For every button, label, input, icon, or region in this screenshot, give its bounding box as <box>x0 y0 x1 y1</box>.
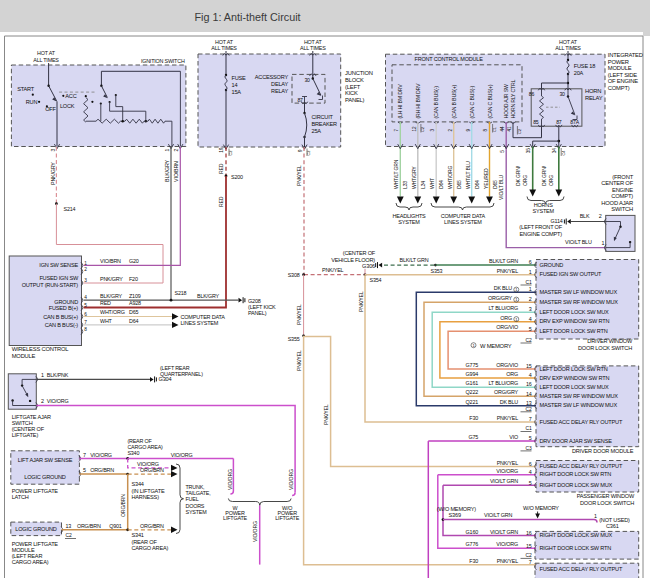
svg-text:GROUND: GROUND <box>54 299 78 305</box>
svg-text:15: 15 <box>526 363 532 369</box>
svg-text:FUSED IGN SW OUTPUT: FUSED IGN SW OUTPUT <box>540 271 603 277</box>
svg-text:HOT AT: HOT AT <box>37 50 56 56</box>
svg-text:5: 5 <box>83 467 86 473</box>
svg-text:HOT AT: HOT AT <box>559 39 578 45</box>
svg-text:5: 5 <box>499 150 505 153</box>
svg-text:RIGHT DOOR LOCK SW MUX: RIGHT DOOR LOCK SW MUX <box>540 532 613 538</box>
svg-text:WHT/LT BLU: WHT/LT BLU <box>465 161 471 189</box>
svg-text:RED: RED <box>218 196 224 207</box>
svg-text:VIO/ORG: VIO/ORG <box>496 468 518 474</box>
svg-text:VIO/ORG: VIO/ORG <box>137 461 159 467</box>
svg-text:KICK: KICK <box>345 90 358 96</box>
svg-text:87: 87 <box>556 119 562 125</box>
svg-text:FUSE 18: FUSE 18 <box>574 63 595 69</box>
svg-text:C2: C2 <box>66 532 72 538</box>
svg-text:S353: S353 <box>431 268 443 274</box>
svg-text:RELAY: RELAY <box>585 95 603 101</box>
svg-text:13: 13 <box>66 523 72 529</box>
svg-text:15: 15 <box>526 543 532 549</box>
svg-text:VIO/BRN: VIO/BRN <box>100 258 121 264</box>
svg-text:4: 4 <box>529 372 532 378</box>
svg-text:PNK/YEL: PNK/YEL <box>497 268 519 274</box>
svg-text:G306: G306 <box>362 263 375 269</box>
svg-text:HORN RLY CTRL: HORN RLY CTRL <box>510 79 516 118</box>
svg-text:CENTER OF: CENTER OF <box>601 180 633 186</box>
svg-text:7: 7 <box>83 452 86 458</box>
svg-text:CARGO AREA): CARGO AREA) <box>12 559 49 565</box>
svg-text:VEHICLE FLOOR): VEHICLE FLOOR) <box>331 257 375 263</box>
svg-text:VIO/ORG: VIO/ORG <box>227 469 233 490</box>
svg-text:34: 34 <box>552 148 557 153</box>
svg-text:S214: S214 <box>64 206 76 212</box>
svg-text:RED: RED <box>218 163 224 174</box>
svg-text:4: 4 <box>529 316 532 322</box>
svg-text:FUSED ACC DELAY RLY OUTPUT: FUSED ACC DELAY RLY OUTPUT <box>540 463 623 469</box>
svg-text:HOOD AJAR: HOOD AJAR <box>601 200 633 206</box>
svg-text:START: START <box>17 86 35 92</box>
svg-text:PNK/YEL: PNK/YEL <box>358 291 364 312</box>
svg-text:COMPUTER DATA: COMPUTER DATA <box>181 314 226 320</box>
svg-text:LOGIC GROUND: LOGIC GROUND <box>24 474 66 480</box>
svg-text:W MEMORY: W MEMORY <box>480 343 512 349</box>
svg-text:ALL TIMES: ALL TIMES <box>211 45 237 51</box>
svg-text:RIGHT DOOR LOCK SW RTN: RIGHT DOOR LOCK SW RTN <box>540 545 612 551</box>
svg-text:ORG/GRY: ORG/GRY <box>488 295 513 301</box>
svg-text:PNK/GRY: PNK/GRY <box>50 162 56 185</box>
svg-text:D64: D64 <box>129 318 138 324</box>
svg-text:3: 3 <box>529 306 532 312</box>
svg-text:FUSED ACC DELAY RLY OUTPUT: FUSED ACC DELAY RLY OUTPUT <box>540 566 623 572</box>
svg-text:VIO/BRN: VIO/BRN <box>173 161 179 182</box>
svg-text:BREAKER: BREAKER <box>312 121 337 127</box>
svg-text:D64: D64 <box>474 180 480 189</box>
svg-text:25A: 25A <box>312 128 322 134</box>
svg-text:LT BLU/ORG: LT BLU/ORG <box>488 380 518 386</box>
svg-text:LATCH: LATCH <box>12 494 29 500</box>
svg-text:HOT AT: HOT AT <box>304 39 323 45</box>
svg-text:F20: F20 <box>129 276 138 282</box>
svg-text:(LEFT SIDE: (LEFT SIDE <box>608 72 637 78</box>
svg-text:IGNITION SWITCH: IGNITION SWITCH <box>141 58 185 64</box>
svg-text:C1: C1 <box>526 279 532 285</box>
svg-text:VIO/ORG: VIO/ORG <box>496 541 518 547</box>
svg-text:Q901: Q901 <box>109 523 122 529</box>
svg-text:DRIVER WINDOW: DRIVER WINDOW <box>587 338 633 344</box>
svg-text:7: 7 <box>529 416 532 422</box>
svg-text:VIO/ORG: VIO/ORG <box>90 452 112 458</box>
svg-text:OUTPUT (RUN-START): OUTPUT (RUN-START) <box>22 282 79 288</box>
svg-text:20A: 20A <box>574 70 584 76</box>
svg-text:G304: G304 <box>159 376 172 382</box>
svg-text:ORG/BRN: ORG/BRN <box>90 467 114 473</box>
svg-text:ALL TIMES: ALL TIMES <box>300 45 326 51</box>
svg-text:PNK/YEL: PNK/YEL <box>323 404 329 425</box>
svg-text:COMPT): COMPT) <box>608 85 630 91</box>
svg-text:ORG/BRN: ORG/BRN <box>140 523 164 529</box>
svg-text:41: 41 <box>507 126 512 131</box>
svg-text:RELAY: RELAY <box>271 88 288 94</box>
svg-text:C2: C2 <box>526 337 532 343</box>
svg-text:D64: D64 <box>438 180 444 189</box>
svg-text:VIO/LT GRN: VIO/LT GRN <box>484 512 512 518</box>
svg-text:VIO/LT BLU: VIO/LT BLU <box>498 174 504 200</box>
svg-text:VIO/LT GRN: VIO/LT GRN <box>490 529 518 535</box>
svg-text:LEFT DOOR LOCK SW MUX: LEFT DOOR LOCK SW MUX <box>540 309 610 315</box>
svg-text:87A: 87A <box>570 119 579 125</box>
svg-text:MASTER SW LF WINDOW MUX: MASTER SW LF WINDOW MUX <box>540 402 618 408</box>
svg-text:DK BLU: DK BLU <box>500 399 519 405</box>
svg-text:1: 1 <box>529 269 532 275</box>
svg-text:ORG/VIO: ORG/VIO <box>496 362 518 368</box>
svg-text:HORN: HORN <box>585 88 601 94</box>
svg-text:LEFT DOOR LOCK SW MUX: LEFT DOOR LOCK SW MUX <box>540 384 610 390</box>
svg-text:WHT/ORG: WHT/ORG <box>447 166 453 189</box>
svg-text:W/O MEMORY: W/O MEMORY <box>523 505 559 511</box>
svg-text:INTEGRATED: INTEGRATED <box>608 52 643 58</box>
svg-text:7: 7 <box>529 559 532 565</box>
svg-text:5: 5 <box>529 480 532 486</box>
svg-text:F30: F30 <box>469 415 478 421</box>
svg-text:86: 86 <box>529 91 535 97</box>
svg-text:LEFT DOOR LOCK SW RTN: LEFT DOOR LOCK SW RTN <box>540 328 608 334</box>
svg-text:30: 30 <box>304 77 310 83</box>
svg-text:1: 1 <box>602 240 605 246</box>
svg-text:L33: L33 <box>402 181 408 189</box>
svg-text:ORG: ORG <box>500 315 512 321</box>
svg-text:Q221: Q221 <box>466 399 479 405</box>
